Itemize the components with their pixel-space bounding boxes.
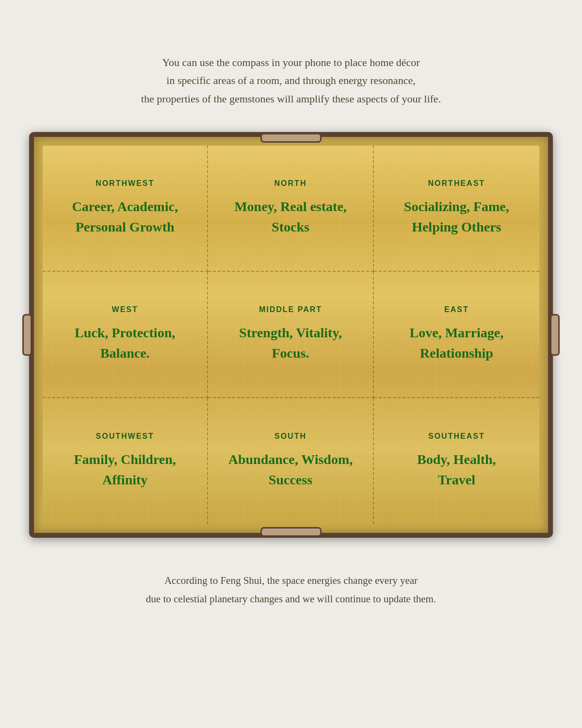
cell-direction-4: MIDDLE PART: [259, 305, 322, 314]
cell-direction-0: NORTHWEST: [96, 179, 154, 188]
cell-direction-7: SOUTH: [275, 432, 307, 441]
cell-direction-5: EAST: [444, 305, 469, 314]
footer-text: According to Feng Shui, the space energi…: [146, 572, 436, 609]
cell-direction-1: NORTH: [275, 179, 307, 188]
grid-cell-1: NORTHMoney, Real estate,Stocks: [208, 146, 373, 272]
grid: NORTHWESTCareer, Academic,Personal Growt…: [43, 146, 539, 524]
grid-cell-4: MIDDLE PARTStrength, Vitality,Focus.: [208, 272, 373, 398]
grid-cell-2: NORTHEASTSocializing, Fame,Helping Other…: [374, 146, 539, 272]
grid-cell-6: SOUTHWESTFamily, Children,Affinity: [43, 398, 208, 524]
cell-content-6: Family, Children,Affinity: [74, 449, 176, 490]
cell-content-2: Socializing, Fame,Helping Others: [404, 197, 509, 237]
cell-direction-2: NORTHEAST: [428, 179, 485, 188]
page-subtitle: You can use the compass in your phone to…: [141, 53, 441, 108]
feng-shui-board: NORTHWESTCareer, Academic,Personal Growt…: [29, 132, 553, 538]
cell-content-1: Money, Real estate,Stocks: [234, 197, 347, 237]
board-inner: NORTHWESTCareer, Academic,Personal Growt…: [43, 146, 539, 524]
cell-content-0: Career, Academic,Personal Growth: [72, 197, 178, 237]
cell-direction-6: SOUTHWEST: [96, 432, 154, 441]
grid-cell-8: SOUTHEASTBody, Health,Travel: [374, 398, 539, 524]
grid-cell-0: NORTHWESTCareer, Academic,Personal Growt…: [43, 146, 208, 272]
cell-content-7: Abundance, Wisdom,Success: [228, 449, 353, 490]
cell-content-4: Strength, Vitality,Focus.: [239, 323, 342, 364]
grid-cell-5: EASTLove, Marriage,Relationship: [374, 272, 539, 398]
grid-cell-7: SOUTHAbundance, Wisdom,Success: [208, 398, 373, 524]
grid-cell-3: WESTLuck, Protection,Balance.: [43, 272, 208, 398]
cell-direction-8: SOUTHEAST: [428, 432, 485, 441]
cell-content-5: Love, Marriage,Relationship: [410, 323, 504, 364]
cell-direction-3: WEST: [112, 305, 138, 314]
cell-content-8: Body, Health,Travel: [417, 449, 496, 490]
cell-content-3: Luck, Protection,Balance.: [75, 323, 175, 364]
